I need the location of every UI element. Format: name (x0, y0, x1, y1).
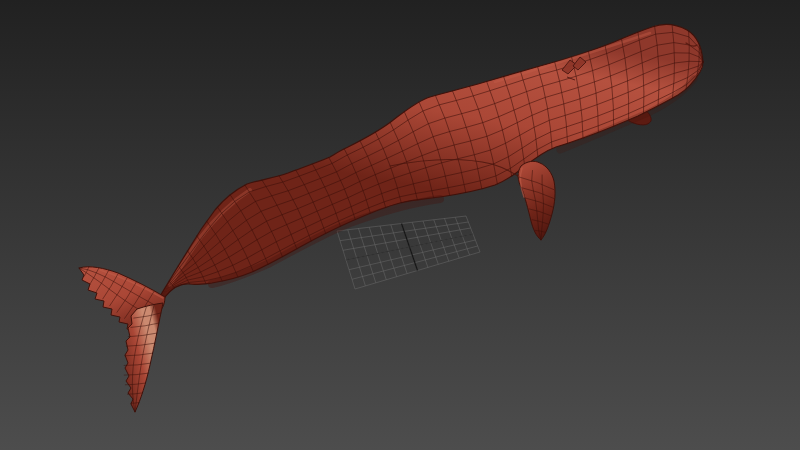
whale-model[interactable] (79, 25, 703, 412)
viewport-canvas[interactable]: Perspective viewport - shaded whale mode… (0, 0, 800, 450)
grid-lines (337, 216, 480, 289)
home-grid (337, 216, 480, 289)
pectoral-flipper[interactable] (518, 161, 555, 240)
grid-axis-minor (346, 234, 473, 260)
viewport[interactable]: Perspective viewport - shaded whale mode… (0, 0, 800, 450)
